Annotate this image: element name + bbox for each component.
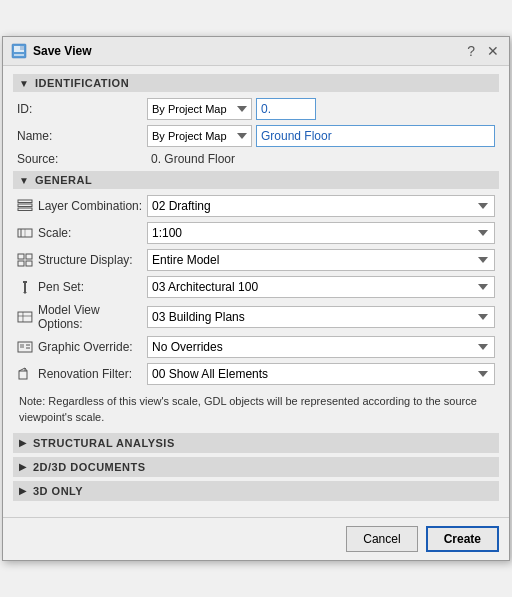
name-row: Name: By Project Map (13, 125, 499, 147)
structural-arrow: ▶ (19, 437, 27, 448)
3d-arrow: ▶ (19, 485, 27, 496)
title-bar-left: Save View (11, 43, 92, 59)
svg-rect-21 (20, 344, 24, 348)
structure-icon (17, 253, 33, 267)
svg-rect-13 (26, 261, 32, 266)
documents-section[interactable]: ▶ 2D/3D DOCUMENTS (13, 457, 499, 477)
id-label: ID: (17, 102, 147, 116)
graphic-dropdown[interactable]: No Overrides (147, 336, 495, 358)
source-value: 0. Ground Floor (147, 152, 495, 166)
layer-dropdown[interactable]: 02 Drafting (147, 195, 495, 217)
model-row: Model View Options: 03 Building Plans (13, 303, 499, 331)
general-section-header[interactable]: ▼ GENERAL (13, 171, 499, 189)
dialog-container: Save View ? ✕ ▼ IDENTIFICATION ID: By Pr… (2, 36, 510, 561)
svg-rect-3 (14, 54, 24, 56)
renovation-label: Renovation Filter: (17, 367, 147, 381)
model-dropdown[interactable]: 03 Building Plans (147, 306, 495, 328)
scale-dropdown[interactable]: 1:100 (147, 222, 495, 244)
identification-title: IDENTIFICATION (35, 77, 129, 89)
svg-rect-16 (23, 281, 27, 283)
dialog-footer: Cancel Create (3, 517, 509, 560)
name-dropdown[interactable]: By Project Map (147, 125, 252, 147)
scale-icon (17, 226, 33, 240)
scale-row: Scale: 1:100 (13, 222, 499, 244)
svg-rect-10 (18, 254, 24, 259)
renovation-row: Renovation Filter: 00 Show All Elements (13, 363, 499, 385)
dialog-title: Save View (33, 44, 92, 58)
svg-marker-15 (23, 292, 27, 294)
name-label: Name: (17, 129, 147, 143)
name-controls: By Project Map (147, 125, 495, 147)
create-button[interactable]: Create (426, 526, 499, 552)
documents-arrow: ▶ (19, 461, 27, 472)
graphic-row: Graphic Override: No Overrides (13, 336, 499, 358)
name-input[interactable] (256, 125, 495, 147)
svg-rect-2 (20, 46, 24, 50)
save-view-icon (11, 43, 27, 59)
svg-rect-5 (18, 204, 32, 207)
id-row: ID: By Project Map (13, 98, 499, 120)
structure-label: Structure Display: (17, 253, 147, 267)
help-button[interactable]: ? (465, 44, 477, 58)
renovation-dropdown[interactable]: 00 Show All Elements (147, 363, 495, 385)
close-button[interactable]: ✕ (485, 44, 501, 58)
svg-rect-24 (19, 371, 27, 379)
3d-section[interactable]: ▶ 3D ONLY (13, 481, 499, 501)
renovation-icon (17, 367, 33, 381)
general-title: GENERAL (35, 174, 92, 186)
3d-title: 3D ONLY (33, 485, 83, 497)
svg-rect-4 (18, 200, 32, 203)
id-input[interactable] (256, 98, 316, 120)
svg-rect-17 (18, 312, 32, 322)
svg-rect-6 (18, 208, 32, 211)
svg-rect-12 (18, 261, 24, 266)
general-arrow: ▼ (19, 175, 29, 186)
graphic-icon (17, 340, 33, 354)
structural-title: STRUCTURAL ANALYSIS (33, 437, 175, 449)
pen-dropdown[interactable]: 03 Architectural 100 (147, 276, 495, 298)
note-text: Note: Regardless of this view's scale, G… (13, 390, 499, 429)
pen-icon (17, 280, 33, 294)
documents-title: 2D/3D DOCUMENTS (33, 461, 146, 473)
model-icon (17, 310, 33, 324)
dialog-body: ▼ IDENTIFICATION ID: By Project Map Name… (3, 66, 509, 513)
structure-row: Structure Display: Entire Model (13, 249, 499, 271)
structure-dropdown[interactable]: Entire Model (147, 249, 495, 271)
model-label: Model View Options: (17, 303, 147, 331)
title-bar-right: ? ✕ (465, 44, 501, 58)
pen-row: Pen Set: 03 Architectural 100 (13, 276, 499, 298)
structural-section[interactable]: ▶ STRUCTURAL ANALYSIS (13, 433, 499, 453)
layer-label: Layer Combination: (17, 199, 147, 213)
source-label: Source: (17, 152, 147, 166)
title-bar: Save View ? ✕ (3, 37, 509, 66)
layer-row: Layer Combination: 02 Drafting (13, 195, 499, 217)
id-controls: By Project Map (147, 98, 495, 120)
svg-rect-11 (26, 254, 32, 259)
graphic-label: Graphic Override: (17, 340, 147, 354)
layer-icon (17, 199, 33, 213)
identification-section-header[interactable]: ▼ IDENTIFICATION (13, 74, 499, 92)
id-dropdown[interactable]: By Project Map (147, 98, 252, 120)
pen-label: Pen Set: (17, 280, 147, 294)
identification-arrow: ▼ (19, 78, 29, 89)
cancel-button[interactable]: Cancel (346, 526, 417, 552)
scale-label: Scale: (17, 226, 147, 240)
source-row: Source: 0. Ground Floor (13, 152, 499, 166)
